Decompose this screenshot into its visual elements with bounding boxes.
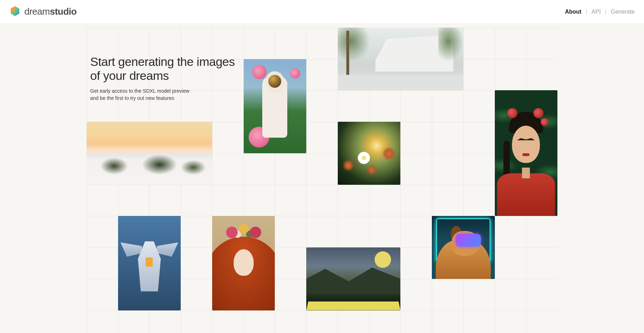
gallery-image-astronaut-roses[interactable] xyxy=(244,59,306,153)
nav-separator: | xyxy=(586,9,587,15)
gallery-image-mountain-moon[interactable] xyxy=(306,247,400,310)
gallery-image-daisy-sunlight[interactable] xyxy=(338,122,400,184)
top-header: dreamstudio About | API | Generate xyxy=(0,0,644,24)
gallery-image-mecha-robot[interactable] xyxy=(118,216,181,310)
top-nav: About | API | Generate xyxy=(565,9,635,15)
nav-separator: | xyxy=(605,9,606,15)
gallery-image-flower-crown[interactable] xyxy=(212,216,275,310)
image-placeholder-icon xyxy=(212,216,275,310)
image-placeholder-icon xyxy=(338,28,463,90)
brand[interactable]: dreamstudio xyxy=(9,5,77,18)
hero-copy: Start generating the images of your drea… xyxy=(90,55,240,102)
hero-subtitle: Get early access to the SDXL model previ… xyxy=(90,88,197,102)
nav-link-about[interactable]: About xyxy=(565,9,581,15)
brand-logo-icon xyxy=(9,5,21,18)
image-placeholder-icon xyxy=(495,90,557,216)
nav-link-generate[interactable]: Generate xyxy=(611,9,635,15)
image-placeholder-icon xyxy=(338,122,400,184)
image-placeholder-icon xyxy=(118,216,181,310)
hero-title: Start generating the images of your drea… xyxy=(90,55,240,83)
nav-link-api[interactable]: API xyxy=(591,9,601,15)
hero-gallery-stage: Start generating the images of your drea… xyxy=(87,28,557,333)
svg-marker-0 xyxy=(11,6,19,16)
image-placeholder-icon xyxy=(432,216,494,279)
brand-name: dreamstudio xyxy=(24,6,77,17)
image-placeholder-icon xyxy=(306,247,400,310)
image-placeholder-icon xyxy=(244,59,306,153)
gallery-image-modern-house[interactable] xyxy=(338,28,463,90)
image-placeholder-icon xyxy=(87,122,212,184)
gallery-image-frida-portrait[interactable] xyxy=(495,90,557,216)
gallery-image-vr-dog[interactable] xyxy=(432,216,494,279)
gallery-image-beach-sunset[interactable] xyxy=(87,122,212,184)
